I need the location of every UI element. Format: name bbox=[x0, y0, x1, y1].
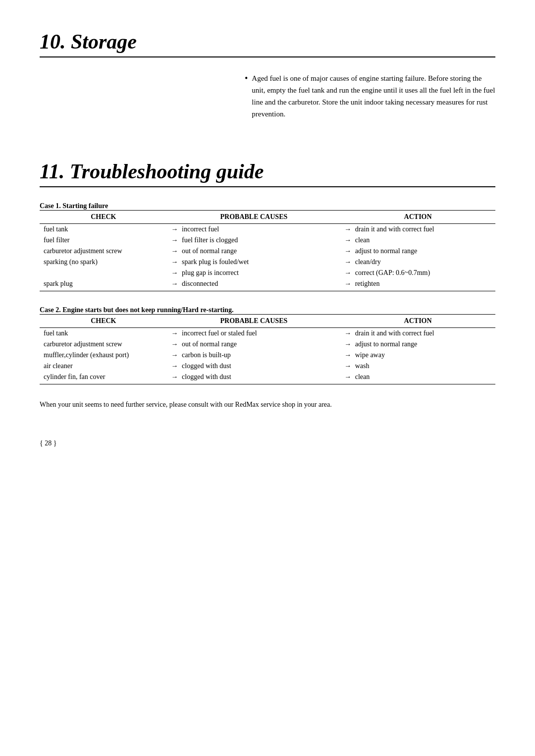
action-text: correct (GAP: 0.6~0.7mm) bbox=[355, 269, 430, 277]
check-cell: muffler,cylinder (exhaust port) bbox=[40, 350, 167, 361]
case2-title: Case 2. Engine starts but does not keep … bbox=[40, 306, 495, 314]
check-cell: fuel tank bbox=[40, 328, 167, 339]
arrow-icon: → bbox=[344, 269, 353, 277]
action-text: adjust to normal range bbox=[355, 340, 418, 348]
table-row: carburetor adjustment screw → out of nor… bbox=[40, 246, 495, 257]
action-cell: → clean bbox=[340, 235, 495, 246]
arrow-icon: → bbox=[344, 373, 353, 381]
arrow-icon: → bbox=[171, 258, 180, 266]
footer-note: When your unit seems to need further ser… bbox=[40, 399, 495, 410]
cause-text: out of normal range bbox=[182, 247, 237, 255]
action-cell: → retighten bbox=[340, 278, 495, 291]
cause-cell: → incorrect fuel bbox=[167, 224, 341, 235]
arrow-icon: → bbox=[344, 340, 353, 348]
arrow-icon: → bbox=[344, 329, 353, 337]
cause-text: fuel filter is clogged bbox=[182, 236, 238, 244]
check-cell: spark plug bbox=[40, 278, 167, 291]
case1-title: Case 1. Starting failure bbox=[40, 202, 495, 210]
arrow-icon: → bbox=[171, 269, 180, 277]
arrow-icon: → bbox=[171, 362, 180, 370]
check-cell: carburetor adjustment screw bbox=[40, 339, 167, 350]
action-text: drain it and with correct fuel bbox=[355, 329, 434, 337]
arrow-icon: → bbox=[171, 280, 180, 288]
action-text: retighten bbox=[355, 280, 380, 288]
action-cell: → adjust to normal range bbox=[340, 339, 495, 350]
case2-table: CHECK PROBABLE CAUSES ACTION fuel tank →… bbox=[40, 314, 495, 384]
case1-col-check: CHECK bbox=[40, 211, 167, 224]
case1-table: CHECK PROBABLE CAUSES ACTION fuel tank →… bbox=[40, 210, 495, 291]
cause-cell: → plug gap is incorrect bbox=[167, 268, 341, 278]
check-cell bbox=[40, 268, 167, 278]
arrow-icon: → bbox=[344, 362, 353, 370]
arrow-icon: → bbox=[171, 247, 180, 255]
action-cell: → drain it and with correct fuel bbox=[340, 224, 495, 235]
storage-content: • Aged fuel is one of major causes of en… bbox=[40, 72, 495, 120]
action-text: clean bbox=[355, 236, 370, 244]
table-row: → plug gap is incorrect → correct (GAP: … bbox=[40, 268, 495, 278]
action-text: drain it and with correct fuel bbox=[355, 225, 434, 233]
check-cell: air cleaner bbox=[40, 361, 167, 372]
action-cell: → drain it and with correct fuel bbox=[340, 328, 495, 339]
cause-text: disconnected bbox=[182, 280, 218, 288]
cause-cell: → disconnected bbox=[167, 278, 341, 291]
check-cell: cylinder fin, fan cover bbox=[40, 372, 167, 384]
cause-text: carbon is built-up bbox=[182, 351, 231, 359]
check-cell: sparking (no spark) bbox=[40, 257, 167, 268]
action-text: clean bbox=[355, 373, 370, 381]
action-cell: → correct (GAP: 0.6~0.7mm) bbox=[340, 268, 495, 278]
table-row: cylinder fin, fan cover → clogged with d… bbox=[40, 372, 495, 384]
cause-cell: → clogged with dust bbox=[167, 372, 341, 384]
cause-text: out of normal range bbox=[182, 340, 237, 348]
arrow-icon: → bbox=[171, 351, 180, 359]
table-row: muffler,cylinder (exhaust port) → carbon… bbox=[40, 350, 495, 361]
cause-cell: → clogged with dust bbox=[167, 361, 341, 372]
cause-text: clogged with dust bbox=[182, 373, 231, 381]
table-row: carburetor adjustment screw → out of nor… bbox=[40, 339, 495, 350]
arrow-icon: → bbox=[344, 258, 353, 266]
table-row: fuel filter → fuel filter is clogged → c… bbox=[40, 235, 495, 246]
arrow-icon: → bbox=[171, 340, 180, 348]
action-text: wash bbox=[355, 362, 370, 370]
page-number: { 28 } bbox=[40, 439, 495, 447]
arrow-icon: → bbox=[344, 247, 353, 255]
cause-text: clogged with dust bbox=[182, 362, 231, 370]
cause-text: spark plug is fouled/wet bbox=[182, 258, 249, 266]
arrow-icon: → bbox=[344, 225, 353, 233]
cause-cell: → spark plug is fouled/wet bbox=[167, 257, 341, 268]
table-row: spark plug → disconnected → retighten bbox=[40, 278, 495, 291]
check-cell: fuel tank bbox=[40, 224, 167, 235]
storage-title: 10. Storage bbox=[40, 30, 495, 57]
arrow-icon: → bbox=[171, 329, 180, 337]
action-text: adjust to normal range bbox=[355, 247, 418, 255]
case1-col-action: ACTION bbox=[340, 211, 495, 224]
case2-col-check: CHECK bbox=[40, 315, 167, 328]
table-row: fuel tank → incorrect fuel or staled fue… bbox=[40, 328, 495, 339]
storage-text: • Aged fuel is one of major causes of en… bbox=[245, 72, 495, 120]
arrow-icon: → bbox=[344, 280, 353, 288]
cause-cell: → out of normal range bbox=[167, 246, 341, 257]
check-cell: carburetor adjustment screw bbox=[40, 246, 167, 257]
action-text: wipe away bbox=[355, 351, 385, 359]
cause-cell: → out of normal range bbox=[167, 339, 341, 350]
arrow-icon: → bbox=[171, 236, 180, 244]
cause-cell: → incorrect fuel or staled fuel bbox=[167, 328, 341, 339]
bullet-dot: • bbox=[245, 72, 248, 120]
action-cell: → wash bbox=[340, 361, 495, 372]
arrow-icon: → bbox=[171, 373, 180, 381]
troubleshooting-title: 11. Troubleshooting guide bbox=[40, 160, 495, 187]
case2-col-action: ACTION bbox=[340, 315, 495, 328]
cause-text: plug gap is incorrect bbox=[182, 269, 239, 277]
cause-text: incorrect fuel or staled fuel bbox=[182, 329, 257, 337]
case2-col-causes: PROBABLE CAUSES bbox=[167, 315, 341, 328]
action-cell: → wipe away bbox=[340, 350, 495, 361]
cause-text: incorrect fuel bbox=[182, 225, 219, 233]
table-row: sparking (no spark) → spark plug is foul… bbox=[40, 257, 495, 268]
table-row: air cleaner → clogged with dust → wash bbox=[40, 361, 495, 372]
storage-paragraph: Aged fuel is one of major causes of engi… bbox=[252, 72, 495, 120]
action-cell: → clean/dry bbox=[340, 257, 495, 268]
arrow-icon: → bbox=[344, 351, 353, 359]
cause-cell: → fuel filter is clogged bbox=[167, 235, 341, 246]
troubleshooting-section: 11. Troubleshooting guide Case 1. Starti… bbox=[40, 160, 495, 410]
action-cell: → adjust to normal range bbox=[340, 246, 495, 257]
table-row: fuel tank → incorrect fuel → drain it an… bbox=[40, 224, 495, 235]
